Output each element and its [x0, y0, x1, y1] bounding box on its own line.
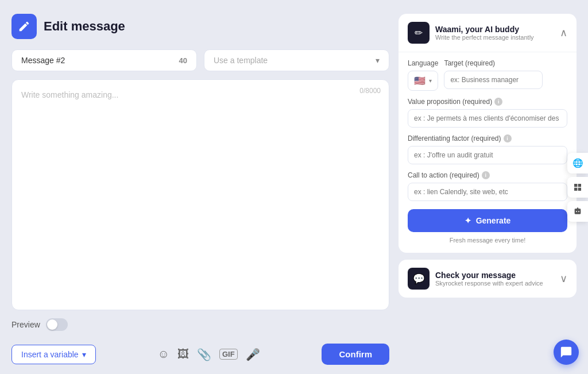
value-prop-info-icon: i [494, 98, 502, 106]
chevron-down-icon: ▾ [376, 56, 380, 65]
ai-info: Waami, your AI buddy Write the perfect m… [435, 25, 534, 41]
generate-button[interactable]: ✦ Generate [408, 209, 567, 232]
microphone-icon[interactable]: 🎤 [246, 348, 260, 361]
attachment-icon[interactable]: 📎 [197, 348, 211, 361]
toolbar-icons: ☺ 🖼 📎 GIF 🎤 [158, 348, 260, 361]
check-collapse-icon[interactable]: ∨ [560, 272, 567, 285]
ai-header-left: ✏ Waami, your AI buddy Write the perfect… [408, 22, 534, 44]
message-textarea[interactable]: 0/8000 Write something amazing... [11, 79, 389, 310]
emoji-icon[interactable]: ☺ [158, 348, 169, 361]
target-label: Target (required) [444, 59, 567, 67]
cta-input[interactable] [408, 183, 567, 201]
value-prop-group: Value proposition (required) i [408, 98, 567, 128]
insert-variable-chevron: ▾ [82, 350, 86, 359]
message-label-box: Message #2 40 [11, 49, 197, 71]
target-field-group: Target (required) [444, 59, 567, 91]
chat-bubble[interactable] [554, 340, 579, 365]
header-icon [11, 14, 37, 39]
ai-subtitle: Write the perfect message instantly [435, 34, 534, 41]
edit-icon [18, 20, 30, 33]
language-field-group: Language 🇺🇸 ▾ [408, 59, 438, 91]
diff-factor-input[interactable] [408, 146, 567, 164]
language-label: Language [408, 59, 438, 67]
language-selector[interactable]: 🇺🇸 ▾ [408, 71, 438, 91]
target-input[interactable] [444, 71, 543, 89]
template-select-text: Use a template [214, 56, 268, 65]
cta-label: Call to action (required) i [408, 171, 567, 179]
generate-star-icon: ✦ [465, 216, 471, 225]
generate-label: Generate [476, 216, 511, 225]
grid-icon [573, 183, 582, 192]
check-icon: 💬 [408, 268, 430, 290]
check-subtitle: Skyrocket response with expert advice [435, 280, 543, 287]
diff-factor-info-icon: i [504, 134, 512, 142]
floating-grid-button[interactable] [567, 177, 588, 198]
message-label: Message #2 [21, 56, 65, 65]
ai-title: Waami, your AI buddy [435, 25, 534, 34]
ai-icon: ✏ [408, 22, 430, 44]
check-info: Check your message Skyrocket response wi… [435, 271, 543, 287]
flag-icon: 🇺🇸 [414, 75, 425, 86]
textarea-limit: 0/8000 [359, 87, 381, 95]
textarea-placeholder: Write something amazing... [21, 90, 380, 99]
diff-factor-label: Differentiating factor (required) i [408, 134, 567, 142]
check-panel: 💬 Check your message Skyrocket response … [399, 260, 577, 298]
check-title: Check your message [435, 271, 543, 280]
collapse-icon[interactable]: ∧ [560, 26, 567, 39]
template-select[interactable]: Use a template ▾ [204, 49, 389, 71]
lang-chevron-icon: ▾ [429, 78, 432, 84]
floating-translate-button[interactable]: 🌐 [567, 153, 588, 173]
cta-info-icon: i [482, 171, 490, 179]
preview-label: Preview [11, 320, 40, 329]
ai-card-body: Language 🇺🇸 ▾ Target (required) Val [399, 52, 577, 253]
ai-card-header: ✏ Waami, your AI buddy Write the perfect… [399, 14, 577, 52]
image-icon[interactable]: 🖼 [177, 348, 189, 361]
gif-icon[interactable]: GIF [219, 349, 238, 360]
preview-toggle[interactable] [46, 318, 68, 331]
diff-factor-group: Differentiating factor (required) i [408, 134, 567, 164]
toggle-knob [47, 319, 57, 330]
floating-buttons: 🌐 [567, 153, 588, 222]
chat-bubble-icon [560, 346, 572, 358]
bot-icon [573, 207, 582, 216]
value-prop-input[interactable] [408, 109, 567, 128]
value-prop-label: Value proposition (required) i [408, 98, 567, 106]
ai-panel: ✏ Waami, your AI buddy Write the perfect… [399, 14, 577, 253]
confirm-button[interactable]: Confirm [322, 344, 389, 365]
char-count: 40 [179, 56, 187, 65]
insert-variable-label: Insert a variable [21, 350, 79, 359]
cta-group: Call to action (required) i [408, 171, 567, 201]
floating-bot-button[interactable] [567, 201, 588, 222]
page-title: Edit message [44, 19, 125, 34]
generate-hint: Fresh message every time! [408, 237, 567, 244]
check-card-left: 💬 Check your message Skyrocket response … [408, 268, 543, 290]
insert-variable-button[interactable]: Insert a variable ▾ [11, 345, 96, 364]
